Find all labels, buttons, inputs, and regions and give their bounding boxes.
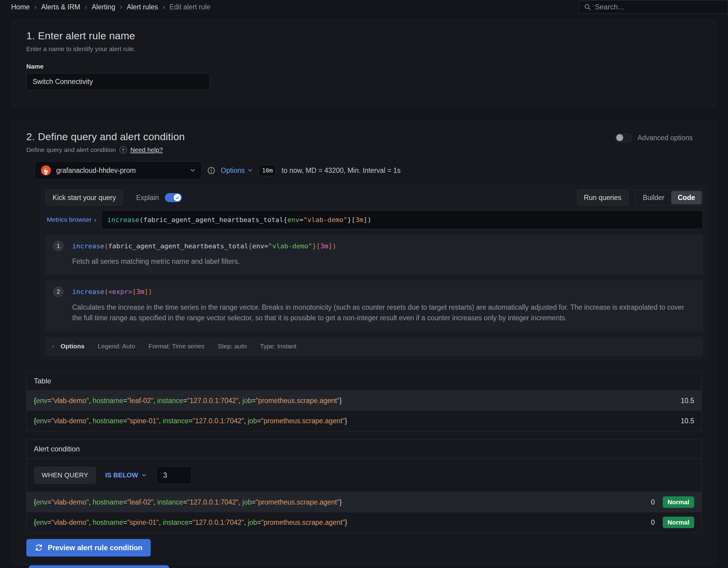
operator-select[interactable]: IS BELOW xyxy=(105,471,147,479)
info-circle-icon[interactable] xyxy=(207,166,215,175)
step2-title: 2. Define query and alert condition xyxy=(26,131,185,143)
alert-condition-title: Alert condition xyxy=(27,440,701,459)
datasource-name: grafanacloud-hhdev-prom xyxy=(56,166,185,175)
top-navbar: Home › Alerts & IRM › Alerting › Alert r… xyxy=(0,0,728,14)
toggle-knob xyxy=(174,194,181,201)
condition-row: WHEN QUERY IS BELOW xyxy=(27,459,701,492)
step1-card: 1. Enter alert rule name Enter a name to… xyxy=(12,20,716,106)
explain-toggle[interactable] xyxy=(165,193,182,202)
when-query-chip: WHEN QUERY xyxy=(34,466,96,484)
breadcrumb-separator: › xyxy=(120,3,122,11)
table-preview-panel: Table {env="vlab-demo", hostname="leaf-0… xyxy=(26,371,702,431)
step1-title: 1. Enter alert rule name xyxy=(26,30,702,42)
chevron-down-icon xyxy=(189,167,196,174)
query-options-collapsed-row[interactable]: › Options Legend: Auto Format: Time seri… xyxy=(46,337,703,356)
code-mode-option[interactable]: Code xyxy=(671,191,702,204)
check-icon xyxy=(175,195,180,200)
datasource-row: grafanacloud-hhdev-prom Options 10m to n… xyxy=(35,161,702,179)
builder-mode-option[interactable]: Builder xyxy=(636,191,671,204)
format-option: Format: Time series xyxy=(148,343,205,350)
metrics-browser-button[interactable]: Metrics browser › xyxy=(46,210,101,229)
instance-value: 0 xyxy=(651,518,655,527)
series-labels: {env="vlab-demo", hostname="leaf-02", in… xyxy=(34,498,651,506)
options-row-label: Options xyxy=(60,343,84,350)
alert-condition-panel: Alert condition WHEN QUERY IS BELOW {env… xyxy=(26,439,702,533)
table-row: {env="vlab-demo", hostname="leaf-02", in… xyxy=(27,391,701,411)
explain-code-2: increase(<expr>[3m]) xyxy=(72,288,152,295)
name-label: Name xyxy=(26,63,702,70)
advanced-options-toggle[interactable] xyxy=(615,133,632,142)
series-value: 10.5 xyxy=(681,417,694,425)
chevron-down-icon xyxy=(141,472,147,478)
series-labels: {env="vlab-demo", hostname="leaf-02", in… xyxy=(34,397,681,405)
step2-card: 2. Define query and alert condition Defi… xyxy=(12,121,716,565)
alert-instance-row: {env="vlab-demo", hostname="spine-01", i… xyxy=(27,512,701,533)
breadcrumb-alert-rules[interactable]: Alert rules xyxy=(127,3,158,11)
chevron-right-icon: › xyxy=(52,344,54,349)
breadcrumb: Home › Alerts & IRM › Alerting › Alert r… xyxy=(11,3,210,11)
state-badge: Normal xyxy=(663,496,694,508)
explain-code-1: increase(fabric_agent_agent_heartbeats_t… xyxy=(72,242,336,250)
legend-option: Legend: Auto xyxy=(98,343,135,350)
promql-code-editor[interactable]: increase(fabric_agent_agent_heartbeats_t… xyxy=(101,210,703,229)
breadcrumb-home[interactable]: Home xyxy=(11,3,30,11)
explain-description-2: Calculates the increase in the time seri… xyxy=(72,302,696,324)
toggle-knob xyxy=(616,134,623,141)
step-option: Step: auto xyxy=(218,343,247,350)
chevron-down-icon xyxy=(247,167,253,173)
editor-mode-switch: Builder Code xyxy=(635,190,703,205)
breadcrumb-edit-alert-rule: Edit alert rule xyxy=(169,3,211,11)
need-help-link[interactable]: Need help? xyxy=(130,146,163,153)
explain-label: Explain xyxy=(136,194,159,202)
alert-rule-name-input[interactable] xyxy=(26,73,210,90)
search-input[interactable] xyxy=(595,3,723,11)
help-circle-icon[interactable]: ? xyxy=(120,146,127,153)
explain-step-1: 1 increase(fabric_agent_agent_heartbeats… xyxy=(46,234,703,275)
explain-step-2: 2 increase(<expr>[3m]) Calculates the in… xyxy=(46,280,703,331)
advanced-options-label: Advanced options xyxy=(637,134,693,142)
breadcrumb-alerts-irm[interactable]: Alerts & IRM xyxy=(41,3,80,11)
relative-time-badge[interactable]: 10m xyxy=(259,165,276,176)
instance-value: 0 xyxy=(651,498,655,506)
series-labels: {env="vlab-demo", hostname="spine-01", i… xyxy=(34,417,681,425)
breadcrumb-separator: › xyxy=(34,3,37,11)
prometheus-icon xyxy=(40,165,51,176)
series-value: 10.5 xyxy=(681,397,694,405)
run-queries-button[interactable]: Run queries xyxy=(577,190,628,205)
table-panel-title: Table xyxy=(27,372,701,391)
preview-alert-rule-button[interactable]: Preview alert rule condition xyxy=(26,539,151,557)
datasource-picker[interactable]: grafanacloud-hhdev-prom xyxy=(35,161,202,179)
explain-description-1: Fetch all series matching metric name an… xyxy=(72,256,696,267)
breadcrumb-separator: › xyxy=(163,3,165,11)
query-options-button[interactable]: Options xyxy=(221,166,253,175)
series-labels: {env="vlab-demo", hostname="spine-01", i… xyxy=(34,518,651,527)
threshold-input[interactable] xyxy=(156,466,192,484)
type-option: Type: Instant xyxy=(260,343,296,350)
state-badge: Normal xyxy=(663,517,694,528)
table-row: {env="vlab-demo", hostname="spine-01", i… xyxy=(27,411,701,431)
query-editor-panel: Kick start your query Explain Run querie… xyxy=(40,185,708,361)
step1-description: Enter a name to identify your alert rule… xyxy=(26,45,702,53)
alert-instance-row: {env="vlab-demo", hostname="leaf-02", in… xyxy=(27,492,701,512)
step-number-badge: 2 xyxy=(53,286,64,297)
kick-start-query-button[interactable]: Kick start your query xyxy=(46,190,123,205)
step-number-badge: 1 xyxy=(53,240,64,251)
step2-subtitle: Define query and alert condition xyxy=(26,146,116,153)
cut-off-button[interactable] xyxy=(29,565,169,568)
search-box[interactable] xyxy=(579,0,728,14)
breadcrumb-separator: › xyxy=(85,3,87,11)
breadcrumb-alerting[interactable]: Alerting xyxy=(92,3,115,11)
chevron-right-icon: › xyxy=(94,216,96,223)
refresh-icon xyxy=(35,544,43,552)
time-settings-text: to now, MD = 43200, Min. Interval = 1s xyxy=(282,166,401,175)
search-icon xyxy=(584,3,591,11)
